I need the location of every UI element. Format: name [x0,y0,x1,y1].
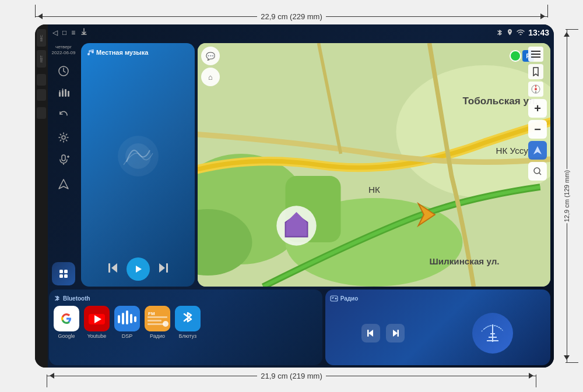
outer-container: 22,9 cm (229 mm) 21,9 cm (219 mm) 12,9 c… [0,0,583,392]
svg-rect-8 [62,155,65,161]
vol-down-button[interactable] [37,89,46,101]
svg-rect-70 [367,330,369,337]
top-dimension-arrow: 22,9 cm (229 mm) [35,10,548,22]
svg-rect-13 [64,270,68,273]
app-youtube[interactable]: Youtube [84,306,110,339]
nav-icon-equalizer[interactable] [54,83,73,103]
music-note-icon [87,49,94,56]
svg-rect-12 [59,270,63,273]
bottom-dimension-label: 21,9 cm (219 mm) [257,372,325,380]
svg-rect-62 [147,323,165,325]
music-card: Местная музыка [81,43,195,287]
svg-point-17 [92,51,94,54]
map-visual: Тобольская ул. НК Уссу НК Шилкинская ул. [198,43,550,287]
bluetooth-card-title: Bluetooth [54,294,318,302]
nav-icon-settings[interactable] [54,128,73,147]
svg-point-41 [535,88,537,90]
music-play-button[interactable] [127,257,150,281]
map-gps-button[interactable] [528,141,547,160]
map-controls-right: + − [528,47,547,181]
radio-app-label: Радио [150,333,165,339]
svg-text:НК Уссу: НК Уссу [496,146,529,156]
svg-point-66 [335,298,336,299]
status-bar-left: ◁ □ ≡ [52,28,88,38]
app-dsp[interactable]: DSP [114,306,140,339]
nav-date: четверг 2022-06-09 [52,44,76,56]
svg-text:Тобольская ул.: Тобольская ул. [463,96,538,107]
svg-rect-3 [65,89,66,97]
google-app-label: Google [58,333,75,339]
date-label: 2022-06-09 [52,50,76,56]
map-home-button[interactable]: ⌂ [201,68,220,86]
nav-icon-mic[interactable] [54,150,73,169]
radio-controls-left [330,324,436,342]
rbt-label: RBT [40,55,43,62]
top-dimension-label: 22,9 cm (229 mm) [257,12,325,21]
svg-rect-54 [122,313,124,324]
bottom-row: Bluetooth [49,289,550,365]
youtube-icon [84,306,110,331]
mic-button[interactable]: MIC [37,29,46,47]
power-button[interactable] [37,107,46,119]
radio-title-text: Радио [340,295,359,302]
svg-point-7 [62,136,65,139]
top-row: четверг 2022-06-09 [49,43,550,287]
radio-title-icon [330,294,338,302]
music-prev-button[interactable] [107,262,120,277]
svg-rect-53 [118,315,120,323]
app-bluetooth[interactable]: Блютуз [175,306,201,339]
nav-icon-navigate[interactable] [54,174,73,194]
music-next-button[interactable] [157,262,170,277]
map-compass-button[interactable] [528,82,543,97]
back-icon[interactable]: ◁ [52,29,58,37]
svg-marker-71 [393,330,398,337]
antenna-circle [472,313,513,354]
svg-rect-60 [147,316,167,318]
vol-up-button[interactable] [37,74,46,86]
music-artwork [87,59,189,253]
dsp-icon [114,306,140,331]
svg-marker-45 [533,146,542,154]
radio-icon: FM [145,306,170,331]
svg-rect-56 [130,314,132,323]
day-label: четверг [52,44,76,50]
svg-rect-55 [126,310,128,324]
svg-marker-20 [111,263,117,273]
screen: ◁ □ ≡ [48,24,554,368]
radio-antenna-visual [440,313,546,354]
left-physical-buttons: MIC RBT [35,24,48,368]
radio-content [330,306,546,361]
radio-playback-buttons [330,324,436,342]
app-radio[interactable]: FM Радио [145,306,170,339]
svg-text:НК: НК [368,185,380,195]
svg-rect-21 [108,263,110,273]
radio-next-button[interactable] [386,324,405,342]
app-google[interactable]: Google [54,306,79,339]
menu-icon[interactable]: ≡ [71,29,75,37]
map-zoom-plus-button[interactable]: + [528,99,547,118]
map-chat-button[interactable]: 💬 [201,47,220,65]
svg-rect-57 [134,316,136,322]
radio-card-title: Радио [330,294,546,302]
usb-icon [80,28,88,38]
map-bookmark-button[interactable] [528,64,543,79]
radio-prev-button[interactable] [361,324,380,342]
square-icon[interactable]: □ [62,29,66,37]
svg-text:Шилкинская ул.: Шилкинская ул. [430,256,500,266]
map-search-button[interactable] [528,162,547,181]
svg-marker-23 [159,263,165,273]
map-card[interactable]: Тобольская ул. НК Уссу НК Шилкинская ул.… [198,43,550,287]
svg-text:FM: FM [148,311,155,316]
nav-icon-clock[interactable] [54,61,73,81]
svg-marker-69 [368,330,373,337]
nav-icon-undo[interactable] [54,105,73,125]
right-dimension-label: 12,9 cm (129 mm) [561,169,572,223]
nav-icon-home[interactable] [52,262,75,285]
map-menu-left: 💬 ⌂ [201,47,220,86]
svg-rect-58 [145,306,170,331]
map-zoom-minus-button[interactable]: − [528,120,547,139]
map-menu-button[interactable] [528,47,543,62]
rbt-button[interactable]: RBT [37,50,46,68]
location-status-icon [507,29,513,37]
radio-card: Радио [325,289,550,365]
